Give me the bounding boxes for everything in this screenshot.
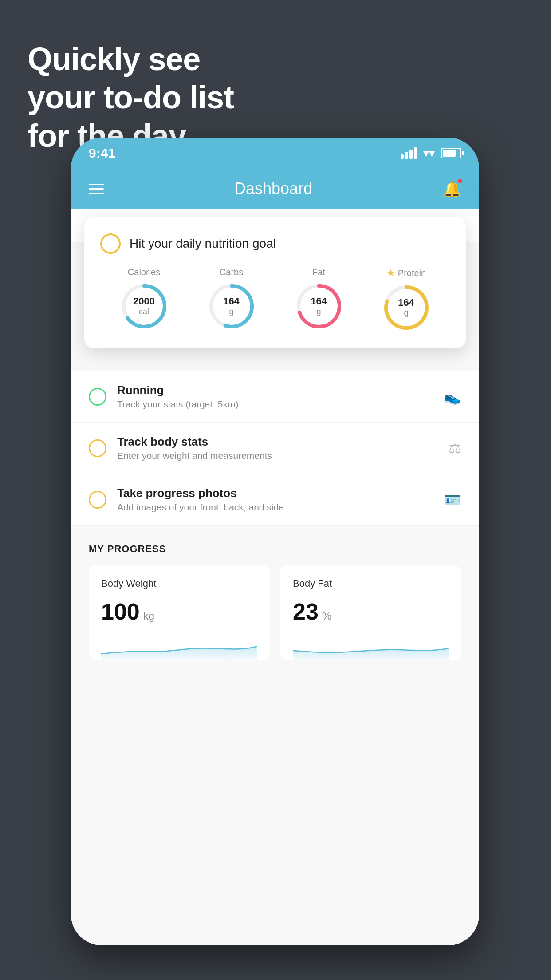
nutrition-rings: Calories 2000 cal Carbs xyxy=(100,267,450,332)
todo-circle-running xyxy=(89,388,106,406)
todo-item-body-stats[interactable]: Track body stats Enter your weight and m… xyxy=(71,423,479,474)
progress-weight-value-row: 100 kg xyxy=(101,598,257,625)
ring-fat-unit: g xyxy=(311,307,327,317)
status-icons: ▾▾ xyxy=(401,146,461,160)
todo-text-body-stats: Track body stats Enter your weight and m… xyxy=(117,435,438,461)
progress-section: MY PROGRESS Body Weight 100 kg xyxy=(71,526,479,674)
ring-calories-container: 2000 cal xyxy=(120,282,169,331)
progress-cards: Body Weight 100 kg xyxy=(89,565,461,660)
ring-fat-container: 164 g xyxy=(295,282,343,331)
ring-carbs-unit: g xyxy=(223,307,240,317)
ring-calories: Calories 2000 cal xyxy=(120,267,169,331)
nutrition-card-title: Hit your daily nutrition goal xyxy=(130,237,276,251)
progress-fat-value-row: 23 % xyxy=(293,598,449,625)
todo-text-running: Running Track your stats (target: 5km) xyxy=(117,383,433,410)
status-time: 9:41 xyxy=(89,146,115,161)
ring-fat: Fat 164 g xyxy=(295,267,343,331)
todo-title-photos: Take progress photos xyxy=(117,486,433,500)
progress-weight-unit: kg xyxy=(143,610,154,622)
star-icon: ★ xyxy=(386,267,395,279)
wifi-icon: ▾▾ xyxy=(423,146,435,160)
progress-fat-unit: % xyxy=(322,610,331,622)
todo-title-running: Running xyxy=(117,383,433,397)
scale-icon: ⚖ xyxy=(449,440,461,457)
todo-circle-photos xyxy=(89,491,106,509)
app-header: Dashboard 🔔 xyxy=(71,169,479,209)
progress-fat-value: 23 xyxy=(293,598,319,625)
notification-button[interactable]: 🔔 xyxy=(443,180,461,198)
todo-subtitle-body-stats: Enter your weight and measurements xyxy=(117,450,438,461)
todo-title-body-stats: Track body stats xyxy=(117,435,438,449)
battery-icon xyxy=(441,148,461,158)
progress-card-fat[interactable]: Body Fat 23 % xyxy=(280,565,461,660)
progress-card-fat-title: Body Fat xyxy=(293,578,449,589)
todo-list: Running Track your stats (target: 5km) 👟… xyxy=(71,371,479,526)
ring-carbs-container: 164 g xyxy=(207,282,256,331)
nutrition-card: Hit your daily nutrition goal Calories 2… xyxy=(84,217,466,348)
ring-fat-label: Fat xyxy=(312,267,325,277)
progress-section-label: MY PROGRESS xyxy=(89,543,461,555)
ring-protein-label: ★ Protein xyxy=(386,267,426,279)
ring-calories-value: 2000 xyxy=(133,296,155,307)
nutrition-check-circle[interactable] xyxy=(100,233,121,254)
nutrition-card-title-row: Hit your daily nutrition goal xyxy=(100,233,450,254)
todo-text-photos: Take progress photos Add images of your … xyxy=(117,486,433,513)
body-weight-chart xyxy=(101,634,257,660)
progress-card-weight-title: Body Weight xyxy=(101,578,257,589)
menu-button[interactable] xyxy=(89,184,104,194)
todo-item-running[interactable]: Running Track your stats (target: 5km) 👟 xyxy=(71,371,479,423)
ring-protein-value: 164 xyxy=(398,297,414,308)
status-bar: 9:41 ▾▾ xyxy=(71,138,479,169)
todo-subtitle-photos: Add images of your front, back, and side xyxy=(117,502,433,513)
ring-fat-value: 164 xyxy=(311,296,327,307)
running-icon: 👟 xyxy=(444,388,461,405)
ring-protein-container: 164 g xyxy=(382,283,431,332)
phone-frame: 9:41 ▾▾ Dashboard 🔔 THINGS TO DO TODAY xyxy=(71,138,479,945)
todo-item-photos[interactable]: Take progress photos Add images of your … xyxy=(71,474,479,526)
photo-icon: 🪪 xyxy=(444,491,461,508)
ring-calories-label: Calories xyxy=(128,267,160,277)
todo-circle-body-stats xyxy=(89,439,106,457)
ring-carbs-label: Carbs xyxy=(220,267,243,277)
signal-icon xyxy=(401,147,417,159)
progress-weight-value: 100 xyxy=(101,598,140,625)
ring-calories-unit: cal xyxy=(133,307,155,317)
headline-line1: Quickly see xyxy=(28,41,200,77)
body-fat-chart xyxy=(293,634,449,660)
ring-carbs: Carbs 164 g xyxy=(207,267,256,331)
ring-protein: ★ Protein 164 g xyxy=(382,267,431,332)
notification-badge xyxy=(457,178,463,184)
ring-protein-unit: g xyxy=(398,308,414,318)
todo-subtitle-running: Track your stats (target: 5km) xyxy=(117,399,433,410)
headline-line2: your to-do list xyxy=(28,79,234,115)
app-content: THINGS TO DO TODAY Hit your daily nutrit… xyxy=(71,209,479,945)
ring-carbs-value: 164 xyxy=(223,296,240,307)
progress-card-weight[interactable]: Body Weight 100 kg xyxy=(89,565,270,660)
app-title: Dashboard xyxy=(234,179,312,198)
